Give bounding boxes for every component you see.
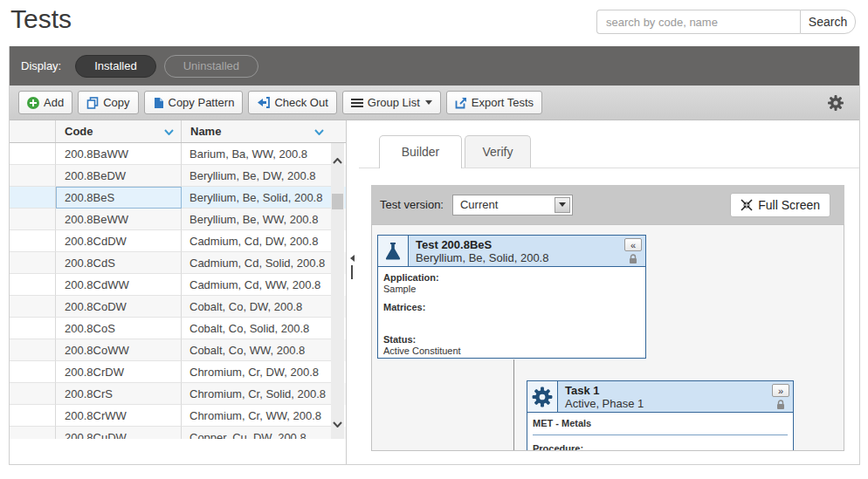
task-department: MET - Metals (533, 418, 788, 428)
plus-circle-icon (27, 97, 39, 109)
cell-code: 200.8CoS (56, 318, 182, 339)
task-card[interactable]: Task 1 Active, Phase 1 » MET - (527, 380, 794, 451)
task-card-subtitle: Active, Phase 1 (565, 397, 768, 410)
table-row[interactable]: 200.8CoDWCobalt, Co, DW, 200.8 (10, 296, 346, 318)
test-card-header: Test 200.8BeS Beryllium, Be, Solid, 200.… (378, 236, 645, 267)
select-dropdown-button[interactable] (555, 197, 570, 213)
cell-name: Cadmium, Cd, Solid, 200.8 (182, 252, 331, 274)
cell-blank (10, 143, 56, 165)
table-row[interactable]: 200.8CrSChromium, Cr, Solid, 200.8 (10, 383, 346, 405)
table-row[interactable]: 200.8BeDWBeryllium, Be, DW, 200.8 (10, 165, 346, 187)
task-card-controls: » (768, 381, 793, 412)
expand-chevrons-right-button[interactable]: » (772, 384, 789, 397)
field-label: Application: (383, 272, 640, 284)
cell-code: 200.8CdS (56, 252, 182, 274)
table-row[interactable]: 200.8BeSBeryllium, Be, Solid, 200.8 (10, 187, 346, 209)
collapse-chevrons-left-button[interactable]: « (624, 238, 642, 251)
task-divider (533, 435, 788, 435)
panel-splitter[interactable] (347, 120, 359, 464)
sort-chevron-down-icon[interactable] (164, 125, 174, 138)
tab-verify[interactable]: Verify (465, 135, 531, 168)
cell-name: Chromium, Cr, DW, 200.8 (182, 361, 331, 383)
test-card[interactable]: Test 200.8BeS Beryllium, Be, Solid, 200.… (377, 235, 646, 359)
table-row[interactable]: 200.8CdDWCadmium, Cd, DW, 200.8 (10, 230, 346, 252)
cell-name: Cadmium, Cd, DW, 200.8 (182, 230, 331, 252)
table-row[interactable]: 200.8CdSCadmium, Cd, Solid, 200.8 (10, 252, 346, 274)
table-row[interactable]: 200.8CdWWCadmium, Cd, WW, 200.8 (10, 274, 346, 296)
copy-button[interactable]: Copy (78, 91, 138, 114)
display-option-uninstalled[interactable]: Uninstalled (164, 55, 258, 78)
cell-blank (10, 383, 56, 405)
lock-icon (629, 254, 637, 264)
splitter-handle[interactable] (351, 265, 353, 279)
cell-blank (10, 274, 56, 296)
cell-name: Cadmium, Cd, WW, 200.8 (182, 274, 331, 296)
table-row[interactable]: 200.8CrWWChromium, Cr, WW, 200.8 (10, 405, 346, 427)
column-header-blank (10, 120, 56, 142)
caret-down-icon (559, 202, 566, 207)
cell-code: 200.8CdWW (56, 274, 182, 296)
field-label: Status: (383, 334, 640, 346)
version-select[interactable]: Current (452, 195, 573, 216)
test-card-body: Application: Sample Matrices: Status: Ac… (378, 267, 645, 357)
cell-name: Cobalt, Co, WW, 200.8 (182, 339, 331, 361)
field-label: Matrices: (383, 302, 640, 313)
scroll-up-icon[interactable] (332, 155, 343, 167)
tab-builder[interactable]: Builder (379, 135, 462, 168)
search-button[interactable]: Search (800, 10, 856, 34)
settings-gear-icon[interactable] (825, 92, 846, 113)
lock-icon (776, 400, 785, 410)
test-card-titles: Test 200.8BeS Beryllium, Be, Solid, 200.… (409, 236, 621, 266)
export-tests-label: Export Tests (472, 96, 534, 109)
task-gear-icon (527, 381, 558, 412)
copy-icon (86, 97, 99, 109)
cell-name: Cobalt, Co, DW, 200.8 (182, 296, 331, 318)
export-icon (455, 97, 467, 109)
field-value: Sample (383, 284, 640, 295)
cell-name: Chromium, Cr, Solid, 200.8 (182, 383, 331, 405)
cell-blank (10, 318, 56, 339)
cell-blank (10, 427, 56, 439)
sort-chevron-down-icon[interactable] (314, 125, 324, 138)
scroll-down-icon[interactable] (332, 419, 343, 430)
cell-blank (10, 165, 56, 187)
copy-pattern-icon (153, 97, 164, 109)
table-scrollbar[interactable] (331, 143, 344, 439)
column-header-code[interactable]: Code (56, 120, 182, 142)
group-list-button[interactable]: Group List (342, 91, 441, 114)
table-row[interactable]: 200.8CoWWCobalt, Co, WW, 200.8 (10, 339, 346, 361)
cell-name: Beryllium, Be, DW, 200.8 (182, 165, 331, 187)
task-card-titles: Task 1 Active, Phase 1 (558, 381, 768, 412)
copy-label: Copy (103, 96, 129, 109)
table-row[interactable]: 200.8CrDWChromium, Cr, DW, 200.8 (10, 361, 346, 383)
table-row[interactable]: 200.8CoSCobalt, Co, Solid, 200.8 (10, 318, 346, 339)
full-screen-button[interactable]: Full Screen (730, 193, 830, 217)
cell-code: 200.8CrDW (56, 361, 182, 383)
compress-arrows-icon (741, 199, 753, 211)
search-group: Search (596, 10, 856, 34)
cell-blank (10, 296, 56, 318)
top-header: Tests Search (0, 0, 868, 45)
column-header-name[interactable]: Name (182, 120, 331, 142)
tabs-row: Builder Verify (359, 135, 859, 168)
display-option-installed[interactable]: Installed (75, 55, 155, 78)
copy-pattern-button[interactable]: Copy Pattern (144, 91, 244, 114)
table-row[interactable]: 200.8CuDWCopper, Cu, DW, 200.8 (10, 427, 346, 439)
check-out-button[interactable]: Check Out (248, 91, 336, 114)
collapse-triangle-left-icon[interactable] (350, 255, 355, 262)
task-card-title: Task 1 (565, 384, 768, 397)
cell-code: 200.8CrS (56, 383, 182, 405)
scrollbar-thumb[interactable] (332, 194, 343, 209)
task-card-body: MET - Metals Procedure: (527, 413, 793, 451)
search-input[interactable] (596, 10, 800, 34)
cell-name: Cobalt, Co, Solid, 200.8 (182, 318, 331, 339)
copy-pattern-label: Copy Pattern (169, 96, 235, 109)
table-row[interactable]: 200.8BaWWBarium, Ba, WW, 200.8 (10, 143, 346, 165)
table-row[interactable]: 200.8BeWWBeryllium, Be, WW, 200.8 (10, 209, 346, 230)
export-tests-button[interactable]: Export Tests (446, 91, 542, 114)
cell-name: Beryllium, Be, WW, 200.8 (182, 209, 331, 230)
add-button[interactable]: Add (18, 91, 72, 114)
content-split: Code Name 200.8BaWWBarium, Ba, WW, 200.8… (10, 120, 859, 464)
version-bar: Test version: Current F (371, 185, 844, 224)
cell-blank (10, 405, 56, 427)
